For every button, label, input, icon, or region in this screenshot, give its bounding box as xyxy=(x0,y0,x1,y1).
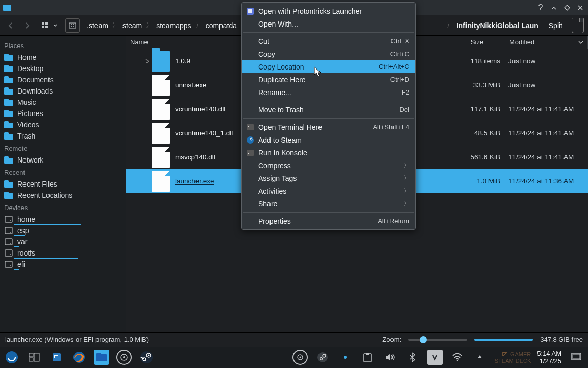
menu-item-move-to-trash[interactable]: Move to Trash Del xyxy=(242,103,415,116)
trash-icon xyxy=(4,132,13,140)
zoom-slider[interactable] xyxy=(408,339,467,341)
svg-point-65 xyxy=(317,352,328,362)
taskbar-steam-icon[interactable] xyxy=(139,350,154,365)
menu-item-assign-tags[interactable]: Assign Tags 〉 xyxy=(242,172,415,185)
sidebar-item-downloads[interactable]: Downloads xyxy=(0,85,126,97)
menu-item-open-with-protontricks-launcher[interactable]: Open with Protontricks Launcher xyxy=(242,5,415,17)
svg-rect-17 xyxy=(4,87,9,90)
new-file-button[interactable] xyxy=(572,18,584,33)
menu-item-label: Rename... xyxy=(258,88,398,97)
menu-item-label: Assign Tags xyxy=(258,174,400,182)
sidebar-item-videos[interactable]: Videos xyxy=(0,119,126,130)
taskbar-obs-icon[interactable] xyxy=(116,350,132,365)
taskbar-dolphin-icon[interactable] xyxy=(94,350,109,365)
sidebar-item-label: Downloads xyxy=(17,87,53,95)
menu-item-label: Share xyxy=(258,200,400,208)
svg-rect-53 xyxy=(53,353,61,361)
tray-obs-icon[interactable] xyxy=(292,350,308,365)
menu-item-open-terminal-here[interactable]: Open Terminal Here Alt+Shift+F4 xyxy=(242,121,415,133)
crumb-current[interactable]: InfinityNikkiGlobal Laun xyxy=(453,19,543,32)
tray-keyboard-icon[interactable] xyxy=(427,350,443,365)
watermark: GAMER STEAM DECK xyxy=(495,351,531,364)
sidebar-item-label: Pictures xyxy=(17,109,43,118)
crumb-steamapps[interactable]: steamapps xyxy=(152,19,195,32)
sidebar-item-home[interactable]: Home xyxy=(0,52,126,63)
menu-separator xyxy=(243,32,414,33)
sidebar-item-recent-files[interactable]: Recent Files xyxy=(0,178,126,190)
forward-button[interactable] xyxy=(20,19,34,32)
taskbar-firefox-icon[interactable] xyxy=(71,350,87,365)
maximize-icon[interactable] xyxy=(562,3,572,12)
svg-rect-23 xyxy=(4,121,9,124)
menu-item-share[interactable]: Share 〉 xyxy=(242,197,415,210)
minimize-icon[interactable] xyxy=(549,3,558,12)
folder-icon xyxy=(4,76,13,84)
sidebar-item-home[interactable]: home xyxy=(0,214,126,225)
split-view-button[interactable]: Split xyxy=(549,21,562,30)
column-modified[interactable]: Modified xyxy=(505,36,588,49)
taskbar-discover-icon[interactable] xyxy=(49,350,64,365)
menu-item-copy-location[interactable]: Copy Location Ctrl+Alt+C xyxy=(242,60,415,73)
start-button[interactable] xyxy=(4,350,19,365)
tray-wifi-icon[interactable] xyxy=(450,350,465,365)
tray-bluetooth-icon[interactable] xyxy=(405,350,420,365)
file-modified: Just now xyxy=(505,57,588,65)
menu-item-properties[interactable]: Properties Alt+Return xyxy=(242,215,415,227)
svg-point-39 xyxy=(10,254,11,255)
sidebar-item-documents[interactable]: Documents xyxy=(0,74,126,85)
tray-notification-icon[interactable] xyxy=(337,350,353,365)
svg-rect-5 xyxy=(69,23,76,28)
sidebar-item-var[interactable]: var xyxy=(0,236,126,247)
sidebar-item-label: Recent Files xyxy=(17,180,57,188)
crumb-compatdata[interactable]: compatda xyxy=(202,19,241,32)
column-size[interactable]: Size xyxy=(449,36,505,49)
sidebar-item-trash[interactable]: Trash xyxy=(0,130,126,142)
crumb-steam[interactable]: steam xyxy=(118,19,146,32)
chevron-down-icon xyxy=(578,40,583,45)
sidebar-item-network[interactable]: Network xyxy=(0,154,126,166)
remote-header: Remote xyxy=(0,142,126,154)
svg-point-71 xyxy=(456,360,458,361)
svg-rect-43 xyxy=(248,9,252,13)
folder-icon xyxy=(152,51,170,72)
blank-icon xyxy=(246,20,254,28)
menu-item-label: Move to Trash xyxy=(258,106,395,114)
menu-item-rename[interactable]: Rename... F2 xyxy=(242,86,415,99)
edit-path-button[interactable] xyxy=(65,18,80,33)
sidebar-item-desktop[interactable]: Desktop xyxy=(0,63,126,74)
close-icon[interactable] xyxy=(576,3,585,12)
sidebar-item-music[interactable]: Music xyxy=(0,97,126,108)
sidebar-item-label: Music xyxy=(17,98,36,106)
menu-item-cut[interactable]: Cut Ctrl+X xyxy=(242,35,415,48)
menu-item-activities[interactable]: Activities 〉 xyxy=(242,185,415,197)
crumb-steam-hidden[interactable]: .steam xyxy=(83,19,112,32)
svg-point-45 xyxy=(247,136,254,144)
menu-item-copy[interactable]: Copy Ctrl+C xyxy=(242,48,415,60)
menu-item-open-with[interactable]: Open With... xyxy=(242,17,415,30)
taskbar: GAMER STEAM DECK 5:14 AM 1/27/25 xyxy=(0,347,588,368)
view-mode-button[interactable] xyxy=(42,22,57,29)
menu-item-compress[interactable]: Compress 〉 xyxy=(242,159,415,172)
sidebar-item-pictures[interactable]: Pictures xyxy=(0,108,126,119)
tray-show-desktop-icon[interactable] xyxy=(569,350,584,365)
sidebar-item-rootfs[interactable]: rootfs xyxy=(0,247,126,259)
chevron-right-icon: 〉 xyxy=(404,187,409,195)
taskbar-overview-icon[interactable] xyxy=(27,350,42,365)
tray-clipboard-icon[interactable] xyxy=(360,350,375,365)
help-icon[interactable]: ? xyxy=(536,3,545,12)
sidebar-item-recent-locations[interactable]: Recent Locations xyxy=(0,190,126,201)
tray-volume-icon[interactable] xyxy=(382,350,398,365)
menu-item-duplicate-here[interactable]: Duplicate Here Ctrl+D xyxy=(242,73,415,86)
svg-point-64 xyxy=(299,357,301,358)
menu-item-shortcut: Alt+Return xyxy=(378,217,409,225)
sidebar-item-esp[interactable]: esp xyxy=(0,225,126,236)
clock[interactable]: 5:14 AM 1/27/25 xyxy=(537,350,561,365)
sidebar-item-efi[interactable]: efi xyxy=(0,259,126,270)
blank-icon xyxy=(246,217,254,225)
tray-dropdown-icon[interactable] xyxy=(472,350,487,365)
back-button[interactable] xyxy=(4,19,17,32)
sidebar-item-label: rootfs xyxy=(17,249,35,257)
menu-item-add-to-steam[interactable]: Add to Steam xyxy=(242,133,415,146)
tray-steam-icon[interactable] xyxy=(315,350,330,365)
menu-item-run-in-konsole[interactable]: Run In Konsole xyxy=(242,146,415,159)
